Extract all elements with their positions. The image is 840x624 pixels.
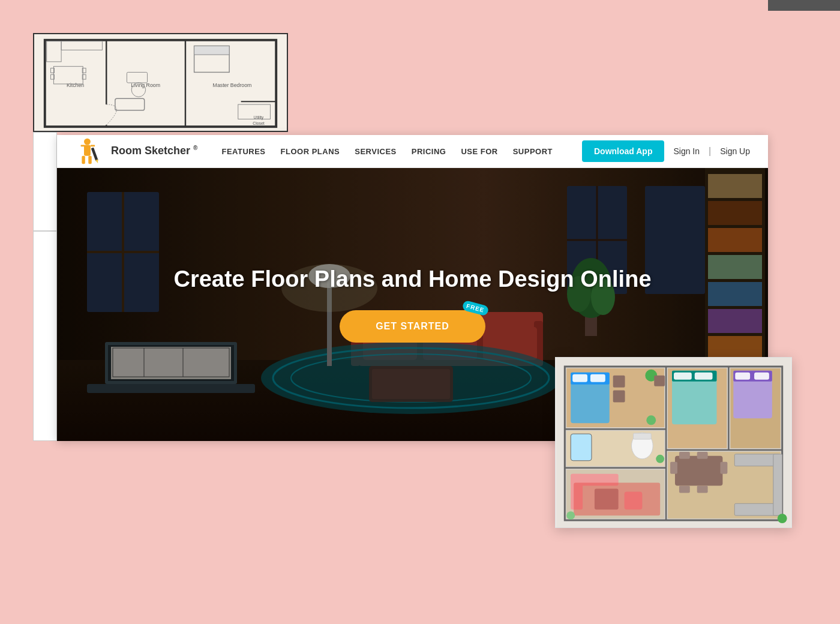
free-badge: FREE: [462, 300, 490, 316]
sign-in-link[interactable]: Sign In: [673, 146, 700, 156]
svg-rect-121: [720, 462, 727, 474]
svg-rect-109: [695, 373, 713, 380]
logo-icon: [75, 136, 105, 166]
sign-up-link[interactable]: Sign Up: [720, 146, 750, 156]
svg-rect-95: [613, 391, 625, 403]
nav-left: Room Sketcher ® FEATURES FLOOR PLANS SER…: [75, 136, 553, 166]
svg-rect-116: [679, 452, 690, 459]
svg-rect-28: [82, 156, 85, 164]
navigation-bar: Room Sketcher ® FEATURES FLOOR PLANS SER…: [57, 135, 768, 168]
svg-rect-93: [590, 374, 605, 382]
svg-rect-26: [81, 145, 85, 147]
svg-point-125: [656, 455, 664, 463]
svg-rect-98: [571, 434, 592, 461]
logo-text: Room Sketcher ®: [111, 145, 197, 158]
svg-point-126: [778, 514, 787, 523]
svg-rect-124: [773, 454, 782, 515]
left-strip-partial: [33, 132, 57, 231]
svg-text:Utility: Utility: [254, 115, 264, 120]
svg-text:Kitchen: Kitchen: [67, 82, 84, 88]
nav-features[interactable]: FEATURES: [221, 147, 265, 156]
svg-rect-29: [88, 156, 91, 164]
svg-point-97: [646, 415, 656, 425]
nav-links: FEATURES FLOOR PLANS SERVICES PRICING US…: [221, 147, 553, 156]
svg-text:Closet: Closet: [253, 121, 264, 125]
svg-rect-118: [679, 485, 690, 493]
svg-rect-110: [654, 376, 665, 386]
svg-rect-119: [697, 485, 708, 493]
nav-floor-plans[interactable]: FLOOR PLANS: [281, 147, 340, 156]
svg-point-24: [84, 139, 91, 145]
top-dark-bar: [768, 0, 840, 11]
nav-divider: |: [709, 146, 711, 157]
svg-rect-122: [734, 454, 779, 466]
logo[interactable]: Room Sketcher ®: [75, 136, 197, 166]
svg-rect-117: [697, 452, 708, 459]
svg-rect-115: [675, 456, 722, 486]
svg-rect-92: [572, 374, 587, 382]
svg-rect-27: [91, 145, 95, 147]
svg-point-127: [566, 511, 575, 520]
nav-services[interactable]: SERVICES: [355, 147, 397, 156]
svg-rect-120: [670, 462, 677, 474]
nav-pricing[interactable]: PRICING: [412, 147, 446, 156]
svg-text:Master Bedroom: Master Bedroom: [213, 82, 252, 88]
svg-rect-25: [84, 145, 91, 156]
svg-rect-123: [734, 503, 779, 515]
download-app-button[interactable]: Download App: [582, 140, 664, 162]
floor-plan-3d: [555, 357, 792, 528]
svg-rect-18: [194, 46, 230, 55]
hero-title: Create Floor Plans and Home Design Onlin…: [173, 266, 651, 292]
left-strip-bottom: [33, 231, 57, 441]
svg-rect-100: [633, 433, 651, 439]
floor-plan-topleft: Kitchen Living Room Master Bedroom Utili…: [33, 33, 288, 132]
svg-rect-114: [754, 373, 769, 380]
svg-rect-113: [735, 373, 750, 380]
svg-rect-105: [574, 483, 660, 516]
nav-support[interactable]: SUPPORT: [513, 147, 553, 156]
svg-rect-94: [613, 376, 625, 388]
nav-right: Download App Sign In | Sign Up: [582, 140, 750, 162]
svg-rect-30: [91, 148, 98, 161]
svg-rect-108: [674, 373, 692, 380]
nav-use-for[interactable]: USE FOR: [461, 147, 497, 156]
get-started-button[interactable]: GET STARTED FREE: [340, 310, 485, 343]
